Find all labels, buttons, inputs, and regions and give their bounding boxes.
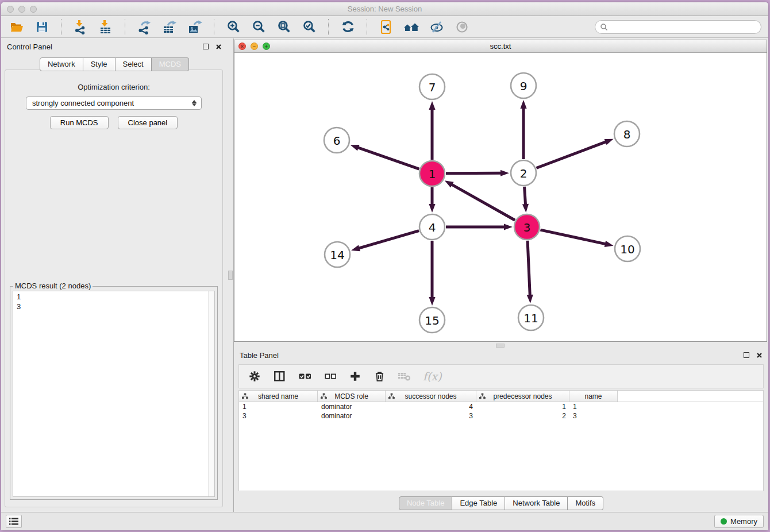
table-cell[interactable]: 1: [476, 403, 569, 411]
task-history-button[interactable]: [6, 515, 22, 528]
zoom-selected-icon[interactable]: [301, 19, 318, 35]
column-layout-icon[interactable]: [273, 370, 286, 383]
column-header-name[interactable]: name: [569, 391, 618, 402]
edge-arrowhead: [351, 245, 360, 251]
column-header-MCDS-role[interactable]: MCDS role: [318, 391, 386, 402]
mcds-result-item: 1: [17, 292, 211, 302]
table-row[interactable]: 3dominator323: [239, 411, 763, 421]
window-titlebar: Session: New Session: [1, 2, 768, 16]
zoom-in-icon[interactable]: [225, 19, 242, 35]
network-view-window: × − + scc.txt 7968124314101511: [234, 40, 767, 342]
edge-arrowhead: [504, 223, 513, 230]
export-image-icon[interactable]: [186, 19, 203, 35]
table-cell[interactable]: 1: [239, 403, 318, 411]
network-window-titlebar[interactable]: × − + scc.txt: [234, 40, 767, 53]
run-mcds-button[interactable]: Run MCDS: [50, 116, 109, 129]
edge-arrowhead: [520, 100, 526, 109]
table-cell[interactable]: 2: [476, 412, 569, 420]
import-table-icon[interactable]: [97, 19, 114, 35]
table-cell[interactable]: 3: [239, 412, 318, 420]
list-icon: [9, 518, 18, 525]
export-network-icon[interactable]: [136, 19, 153, 35]
table-cell[interactable]: 3: [386, 412, 476, 420]
open-file-icon[interactable]: [8, 19, 25, 35]
tab-edge-table[interactable]: Edge Table: [452, 496, 505, 510]
graph-node-label: 15: [425, 314, 439, 327]
unselect-all-columns-icon[interactable]: [324, 370, 337, 383]
column-header-shared-name[interactable]: shared name: [239, 391, 318, 402]
criterion-dropdown[interactable]: strongly connected component: [26, 97, 202, 110]
import-network-icon[interactable]: [72, 19, 89, 35]
graph-edge-3-1[interactable]: [451, 184, 515, 220]
result-scrollbar[interactable]: [208, 291, 214, 496]
control-panel-title: Control Panel: [7, 43, 203, 51]
export-table-icon[interactable]: [161, 19, 178, 35]
table-toolbar: f(x): [238, 364, 764, 388]
table-cell[interactable]: dominator: [318, 403, 386, 411]
mcds-panel: Optimization criterion: strongly connect…: [5, 70, 223, 507]
tab-network[interactable]: Network: [40, 57, 83, 71]
criterion-dropdown-value: strongly connected component: [32, 99, 192, 107]
zoom-fit-icon[interactable]: [275, 19, 292, 35]
toolbar-separator: [328, 19, 329, 35]
float-panel-icon[interactable]: [203, 44, 209, 49]
tab-motifs[interactable]: Motifs: [568, 496, 603, 510]
edge-arrowhead: [429, 297, 435, 306]
graph-node-label: 7: [429, 80, 436, 94]
search-input[interactable]: [608, 23, 756, 31]
create-column-icon[interactable]: [349, 370, 361, 383]
graph-node-label: 6: [333, 134, 341, 148]
graph-edge-4-14[interactable]: [358, 231, 419, 249]
mcds-result-list[interactable]: 13: [13, 291, 215, 497]
graph-edge-2-3[interactable]: [525, 187, 526, 206]
table-cell[interactable]: dominator: [318, 412, 386, 420]
tab-select[interactable]: Select: [116, 57, 152, 71]
splitter-grip[interactable]: [228, 271, 233, 280]
hide-selected-icon[interactable]: [428, 19, 445, 35]
table-row[interactable]: 1dominator411: [239, 402, 763, 411]
float-table-panel-icon[interactable]: [744, 352, 749, 358]
first-neighbors-icon[interactable]: [403, 19, 420, 35]
tab-mcds[interactable]: MCDS: [152, 57, 189, 71]
close-table-panel-icon[interactable]: [756, 352, 763, 358]
table-cell[interactable]: 4: [386, 403, 476, 411]
close-panel-icon[interactable]: [215, 44, 222, 50]
close-panel-button[interactable]: Close panel: [118, 116, 178, 129]
search-box[interactable]: [595, 20, 761, 34]
select-all-columns-icon[interactable]: [298, 370, 312, 383]
memory-button[interactable]: Memory: [714, 515, 764, 528]
table-cell[interactable]: 1: [569, 403, 618, 411]
graph-node-label: 1: [429, 167, 436, 181]
column-header-successor-nodes[interactable]: successor nodes: [386, 391, 476, 402]
delete-columns-icon[interactable]: [374, 370, 386, 383]
vertical-splitter[interactable]: [228, 38, 233, 512]
table-header-row: shared nameMCDS rolesuccessor nodesprede…: [239, 391, 763, 402]
tab-network-table[interactable]: Network Table: [505, 496, 568, 510]
save-session-icon[interactable]: [33, 19, 51, 35]
column-header-predecessor-nodes[interactable]: predecessor nodes: [476, 391, 569, 402]
graph-node-label: 8: [623, 128, 631, 141]
network-file-icon[interactable]: [378, 19, 395, 35]
function-builder-disabled-icon: f(x): [423, 370, 442, 383]
graph-node-label: 11: [523, 311, 538, 325]
toolbar-separator: [61, 19, 61, 35]
network-canvas[interactable]: 7968124314101511: [234, 53, 767, 341]
memory-button-label: Memory: [730, 517, 757, 526]
graph-edge-3-11[interactable]: [528, 241, 530, 296]
delete-table-disabled-icon: [398, 371, 411, 382]
network-window-title: scc.txt: [234, 42, 767, 51]
refresh-layout-icon[interactable]: [339, 19, 356, 35]
table-cell[interactable]: 3: [569, 412, 618, 420]
mcds-result-title: MCDS result (2 nodes): [13, 282, 93, 290]
graph-node-label: 9: [520, 79, 528, 93]
table-panel: Table Panel: [234, 347, 768, 512]
graph-edge-3-10[interactable]: [540, 230, 606, 244]
table-settings-gear-icon[interactable]: [248, 370, 261, 383]
tab-node-table[interactable]: Node Table: [399, 496, 453, 510]
tab-style[interactable]: Style: [83, 57, 116, 71]
graph-edge-1-2[interactable]: [446, 173, 502, 174]
graph-edge-2-8[interactable]: [536, 141, 607, 168]
graph-edge-1-6[interactable]: [357, 147, 419, 169]
zoom-out-icon[interactable]: [250, 19, 267, 35]
toolbar-separator: [214, 19, 214, 35]
